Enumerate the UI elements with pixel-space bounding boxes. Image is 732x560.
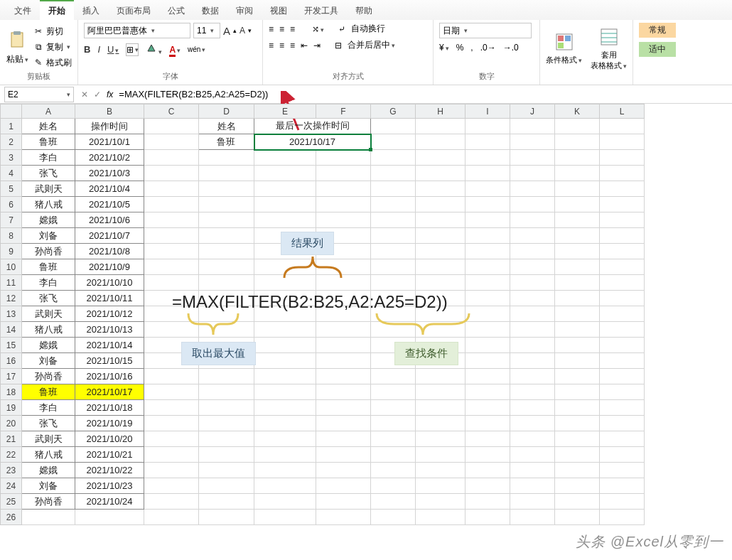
cell[interactable] — [144, 244, 199, 259]
cell[interactable] — [600, 275, 645, 291]
align-right-icon[interactable]: ≡ — [290, 41, 295, 50]
cell[interactable] — [199, 244, 254, 259]
cell[interactable] — [416, 150, 465, 166]
cell[interactable] — [199, 384, 254, 400]
cell[interactable] — [600, 384, 645, 400]
cell[interactable] — [510, 259, 555, 275]
cell[interactable] — [555, 322, 600, 338]
cell[interactable]: 2021/10/16 — [75, 369, 144, 384]
cell[interactable] — [555, 510, 600, 525]
cell[interactable]: 2021/10/21 — [75, 447, 144, 463]
cell[interactable]: 鲁班 — [199, 134, 254, 150]
cell[interactable]: 鲁班 — [22, 384, 75, 400]
cell[interactable] — [371, 166, 416, 181]
cell[interactable] — [600, 463, 645, 478]
cell[interactable]: 2021/10/22 — [75, 463, 144, 478]
cell[interactable] — [416, 416, 465, 431]
phonetic-button[interactable]: wén — [188, 45, 205, 53]
tab-插入[interactable]: 插入 — [74, 1, 108, 20]
cell[interactable] — [555, 338, 600, 353]
cell[interactable]: 李白 — [22, 400, 75, 416]
cell[interactable] — [144, 416, 199, 431]
cell[interactable] — [144, 369, 199, 384]
row-header-23[interactable]: 23 — [1, 463, 22, 478]
cell[interactable] — [199, 212, 254, 228]
row-header-22[interactable]: 22 — [1, 447, 22, 463]
cell[interactable] — [600, 166, 645, 181]
cell[interactable] — [555, 259, 600, 275]
row-header-5[interactable]: 5 — [1, 181, 22, 197]
tab-帮助[interactable]: 帮助 — [347, 1, 381, 20]
cell[interactable] — [600, 228, 645, 244]
col-header-B[interactable]: B — [75, 104, 144, 119]
cell[interactable] — [416, 275, 465, 291]
cell[interactable] — [199, 228, 254, 244]
bold-button[interactable]: B — [84, 44, 90, 55]
cell[interactable] — [144, 494, 199, 510]
cell[interactable] — [600, 338, 645, 353]
tab-视图[interactable]: 视图 — [262, 1, 296, 20]
cell[interactable] — [416, 369, 465, 384]
cell[interactable] — [600, 416, 645, 431]
cell[interactable] — [371, 150, 416, 166]
spreadsheet-grid[interactable]: ABCDEFGHIJKL1姓名操作时间姓名最后一次操作时间2鲁班2021/10/… — [0, 104, 732, 525]
cell[interactable]: 2021/10/18 — [75, 400, 144, 416]
cell[interactable] — [316, 400, 371, 416]
cell[interactable] — [465, 400, 510, 416]
cell[interactable]: 2021/10/10 — [75, 275, 144, 291]
cell[interactable]: 孙尚香 — [22, 369, 75, 384]
cell[interactable] — [416, 197, 465, 212]
cell[interactable]: 2021/10/9 — [75, 259, 144, 275]
cell[interactable] — [371, 369, 416, 384]
row-header-18[interactable]: 18 — [1, 384, 22, 400]
cell[interactable] — [600, 134, 645, 150]
cell[interactable] — [371, 510, 416, 525]
cell[interactable] — [199, 275, 254, 291]
cell[interactable] — [316, 447, 371, 463]
cell[interactable]: 猪八戒 — [22, 197, 75, 212]
cell[interactable] — [510, 228, 555, 244]
cell[interactable] — [371, 259, 416, 275]
underline-button[interactable]: U — [107, 44, 119, 55]
cell[interactable] — [510, 400, 555, 416]
cell[interactable] — [555, 275, 600, 291]
col-header-C[interactable]: C — [144, 104, 199, 119]
cell[interactable] — [600, 447, 645, 463]
col-header-L[interactable]: L — [600, 104, 645, 119]
cell[interactable] — [144, 212, 199, 228]
cell[interactable] — [555, 431, 600, 447]
cell[interactable] — [371, 494, 416, 510]
cell[interactable] — [555, 416, 600, 431]
cell[interactable] — [254, 353, 316, 369]
cell[interactable] — [371, 181, 416, 197]
cell[interactable] — [144, 197, 199, 212]
font-family-select[interactable]: 阿里巴巴普惠体 — [84, 23, 190, 38]
cell[interactable] — [416, 400, 465, 416]
cell[interactable] — [144, 166, 199, 181]
cell[interactable] — [510, 510, 555, 525]
cell[interactable]: 孙尚香 — [22, 494, 75, 510]
cell[interactable] — [316, 322, 371, 338]
row-header-4[interactable]: 4 — [1, 166, 22, 181]
cell[interactable] — [144, 275, 199, 291]
cell[interactable] — [371, 431, 416, 447]
cell[interactable] — [144, 478, 199, 494]
cell[interactable]: 武则天 — [22, 306, 75, 322]
cell[interactable] — [510, 338, 555, 353]
col-header-K[interactable]: K — [555, 104, 600, 119]
cell[interactable] — [371, 275, 416, 291]
cell[interactable]: 2021/10/23 — [75, 478, 144, 494]
cell[interactable] — [316, 478, 371, 494]
cell[interactable] — [416, 431, 465, 447]
cell[interactable]: 鲁班 — [22, 259, 75, 275]
cell[interactable] — [144, 510, 199, 525]
cell[interactable] — [555, 306, 600, 322]
cell[interactable] — [465, 275, 510, 291]
row-header-15[interactable]: 15 — [1, 338, 22, 353]
cell[interactable]: 2021/10/6 — [75, 212, 144, 228]
copy-button[interactable]: ⧉复制 — [33, 40, 72, 54]
cell[interactable] — [510, 384, 555, 400]
cell[interactable] — [144, 228, 199, 244]
col-header-J[interactable]: J — [510, 104, 555, 119]
cell[interactable] — [254, 384, 316, 400]
